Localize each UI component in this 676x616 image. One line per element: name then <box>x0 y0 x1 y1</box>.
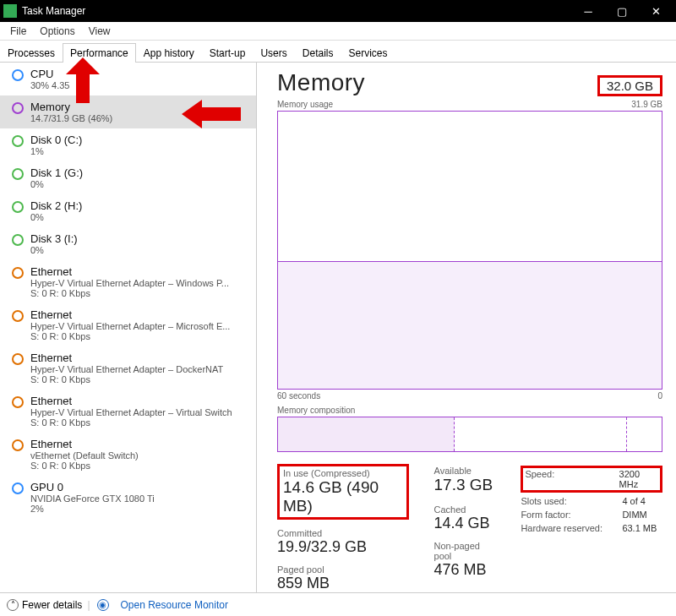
chevron-up-icon[interactable]: ˄ <box>7 599 19 611</box>
sidebar-item-name: GPU 0 <box>30 481 155 493</box>
sidebar-item-sub: Hyper-V Virtual Ethernet Adapter – Windo… <box>30 278 229 288</box>
sidebar-item-sub2: 2% <box>30 504 155 514</box>
sidebar-item-sub2: S: 0 R: 0 Kbps <box>30 288 229 298</box>
slots-key: Slots used: <box>521 496 622 506</box>
sidebar-item-gpu-0-11[interactable]: GPU 0NVIDIA GeForce GTX 1080 Ti2% <box>0 476 256 519</box>
cached-value: 14.4 GB <box>434 515 496 532</box>
sidebar-item-name: Disk 2 (H:) <box>30 199 82 212</box>
sidebar-item-ethernet-10[interactable]: EthernetvEthernet (Default Switch)S: 0 R… <box>0 433 256 476</box>
menubar: File Options View <box>0 22 676 41</box>
tab-processes[interactable]: Processes <box>0 43 63 63</box>
ring-icon <box>12 69 24 81</box>
sidebar-item-name: Ethernet <box>30 352 223 364</box>
window-title: Task Manager <box>22 5 571 17</box>
available-value: 17.3 GB <box>434 476 496 494</box>
open-resource-monitor-link[interactable]: Open Resource Monitor <box>121 599 228 611</box>
sidebar-item-sub: 0% <box>30 245 78 255</box>
sidebar-item-ethernet-7[interactable]: EthernetHyper-V Virtual Ethernet Adapter… <box>0 303 256 346</box>
comp-seg-modified <box>455 417 627 451</box>
sidebar-item-sub2: S: 0 R: 0 Kbps <box>30 374 223 384</box>
hw-key: Hardware reserved: <box>521 523 622 533</box>
ring-icon <box>12 482 24 494</box>
chart-max: 31.9 GB <box>631 100 662 109</box>
statusbar: ˄ Fewer details | ◉ Open Resource Monito… <box>0 592 676 616</box>
tab-users[interactable]: Users <box>253 43 294 63</box>
sidebar-item-name: CPU <box>30 68 69 80</box>
maximize-button[interactable]: ▢ <box>605 0 639 22</box>
titlebar: Task Manager ─ ▢ ✕ <box>0 0 676 22</box>
sidebar-item-sub: 1% <box>30 146 82 156</box>
sidebar-item-disk-1-g--3[interactable]: Disk 1 (G:)0% <box>0 161 256 194</box>
nonpaged-label: Non-paged pool <box>434 541 496 561</box>
resmon-icon: ◉ <box>97 599 109 611</box>
form-value: DIMM <box>622 510 646 520</box>
memory-usage-chart <box>277 111 662 390</box>
sidebar-item-name: Disk 1 (G:) <box>30 166 83 179</box>
tab-app-history[interactable]: App history <box>136 43 202 63</box>
paged-value: 859 MB <box>277 575 409 592</box>
main-panel: Memory 32.0 GB Memory usage 31.9 GB 60 s… <box>257 63 676 592</box>
form-key: Form factor: <box>521 510 622 520</box>
chart-label: Memory usage <box>277 100 333 109</box>
tab-startup[interactable]: Start-up <box>202 43 254 63</box>
app-icon <box>3 4 17 18</box>
sidebar: CPU30% 4.35Memory14.7/31.9 GB (46%)Disk … <box>0 63 257 592</box>
fewer-details-link[interactable]: Fewer details <box>22 599 82 611</box>
chart-xleft: 60 seconds <box>277 391 320 401</box>
tab-services[interactable]: Services <box>341 43 395 63</box>
menu-view[interactable]: View <box>82 24 117 39</box>
sidebar-item-name: Ethernet <box>30 265 229 278</box>
sidebar-item-name: Ethernet <box>30 395 232 407</box>
svg-marker-0 <box>66 57 100 103</box>
menu-file[interactable]: File <box>3 24 33 39</box>
ring-icon <box>12 168 24 180</box>
sidebar-item-sub: 0% <box>30 212 82 222</box>
sidebar-item-ethernet-9[interactable]: EthernetHyper-V Virtual Ethernet Adapter… <box>0 390 256 433</box>
chart-used-area <box>278 261 662 389</box>
ring-icon <box>12 201 24 213</box>
sidebar-item-disk-3-i--5[interactable]: Disk 3 (I:)0% <box>0 227 256 260</box>
tabs: Processes Performance App history Start-… <box>0 41 676 63</box>
ring-icon <box>12 396 24 408</box>
minimize-button[interactable]: ─ <box>571 0 605 22</box>
sidebar-item-sub: Hyper-V Virtual Ethernet Adapter – Micro… <box>30 321 230 331</box>
hw-value: 63.1 MB <box>622 523 657 533</box>
memory-total: 32.0 GB <box>597 75 662 96</box>
ring-icon <box>12 310 24 322</box>
sidebar-item-name: Disk 0 (C:) <box>30 134 82 146</box>
composition-label: Memory composition <box>277 406 662 415</box>
sidebar-item-name: Ethernet <box>30 438 139 450</box>
inuse-value: 14.6 GB (490 MB) <box>283 478 403 515</box>
sidebar-item-ethernet-8[interactable]: EthernetHyper-V Virtual Ethernet Adapter… <box>0 346 256 390</box>
speed-key: Speed: <box>525 469 619 489</box>
sidebar-item-sub2: S: 0 R: 0 Kbps <box>30 331 230 341</box>
menu-options[interactable]: Options <box>33 24 81 39</box>
sidebar-item-name: Disk 3 (I:) <box>30 232 78 245</box>
slots-value: 4 of 4 <box>622 496 646 506</box>
inuse-label: In use (Compressed) <box>283 468 403 478</box>
comp-seg-standby <box>627 417 662 451</box>
chart-xright: 0 <box>657 391 662 401</box>
paged-label: Paged pool <box>277 564 409 575</box>
sidebar-item-disk-2-h--4[interactable]: Disk 2 (H:)0% <box>0 194 256 227</box>
sidebar-item-disk-0-c--2[interactable]: Disk 0 (C:)1% <box>0 128 256 161</box>
available-label: Available <box>434 466 496 476</box>
comp-seg-used <box>278 417 455 451</box>
ring-icon <box>12 102 24 114</box>
sidebar-item-sub2: S: 0 R: 0 Kbps <box>30 417 232 428</box>
sidebar-item-cpu-0[interactable]: CPU30% 4.35 <box>0 63 256 95</box>
ring-icon <box>12 135 24 147</box>
tab-details[interactable]: Details <box>295 43 341 63</box>
sidebar-item-ethernet-6[interactable]: EthernetHyper-V Virtual Ethernet Adapter… <box>0 260 256 303</box>
composition-bar <box>277 417 662 452</box>
sidebar-item-sub: NVIDIA GeForce GTX 1080 Ti <box>30 493 155 504</box>
arrow-up-icon <box>66 57 100 103</box>
speed-value: 3200 MHz <box>619 469 658 489</box>
ring-icon <box>12 267 24 279</box>
cached-label: Cached <box>434 504 496 515</box>
sidebar-item-sub: Hyper-V Virtual Ethernet Adapter – Docke… <box>30 364 223 374</box>
arrow-left-icon <box>182 100 241 128</box>
committed-value: 19.9/32.9 GB <box>277 538 409 556</box>
close-button[interactable]: ✕ <box>639 0 673 22</box>
committed-label: Committed <box>277 528 409 538</box>
